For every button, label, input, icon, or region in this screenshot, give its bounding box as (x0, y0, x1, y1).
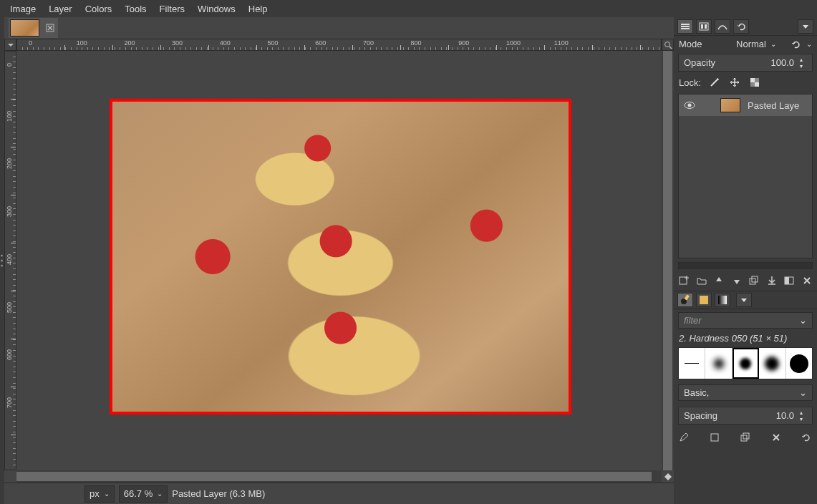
image-content (110, 99, 571, 415)
layer-buttons-row (674, 271, 817, 291)
new-layer-group-button[interactable] (695, 273, 710, 288)
layer-list[interactable]: Pasted Laye (678, 94, 813, 258)
selected-brush-label: 2. Hardness 050 (51 × 51) (674, 331, 817, 345)
zoom-corner-icon[interactable] (662, 39, 674, 51)
status-layer-text: Pasted Layer (6.3 MB) (172, 488, 265, 499)
menu-colors[interactable]: Colors (79, 1, 118, 16)
brush-grid[interactable] (678, 347, 813, 379)
edit-brush-button[interactable] (677, 430, 692, 445)
opacity-increase-button[interactable]: ▴ (797, 57, 806, 62)
layers-tab[interactable] (677, 19, 693, 34)
menu-help[interactable]: Help (243, 1, 274, 16)
lower-layer-button[interactable] (730, 273, 745, 288)
right-dock: Mode Normal ⌄ ⌄ Opacity 100.0 ▴ ▾ Lock: (674, 17, 817, 504)
brush-item[interactable] (679, 348, 705, 379)
unit-selector[interactable]: px ⌄ (84, 485, 115, 503)
vertical-ruler[interactable]: 0100200300400500600700 (4, 51, 16, 470)
layers-scrollbar[interactable] (678, 262, 813, 269)
menu-filters[interactable]: Filters (154, 1, 190, 16)
canvas[interactable] (16, 51, 662, 470)
preset-value: Basic, (684, 387, 709, 398)
mode-reset-button[interactable] (789, 39, 802, 49)
layer-name[interactable]: Pasted Laye (748, 100, 799, 111)
delete-brush-button[interactable] (768, 430, 784, 445)
dock-menu-button[interactable] (736, 293, 752, 307)
dock-menu-button[interactable] (798, 19, 813, 34)
merge-down-button[interactable] (765, 273, 780, 288)
brush-buttons-row (674, 427, 817, 447)
close-document-button[interactable] (44, 21, 57, 34)
brushes-tab[interactable] (677, 293, 693, 307)
svg-rect-25 (743, 433, 749, 439)
menu-tools[interactable]: Tools (119, 1, 152, 16)
document-tab[interactable] (9, 18, 58, 38)
lock-pixels-button[interactable] (708, 76, 721, 89)
image-tabstrip (4, 17, 674, 39)
svg-rect-11 (750, 82, 755, 87)
channels-tab[interactable] (696, 19, 712, 34)
ruler-origin-toggle[interactable] (4, 39, 16, 51)
svg-rect-16 (752, 276, 758, 282)
opacity-decrease-button[interactable]: ▾ (797, 63, 806, 69)
brush-item[interactable] (705, 348, 732, 379)
lock-alpha-button[interactable] (748, 76, 761, 89)
patterns-tab[interactable] (696, 293, 712, 307)
horizontal-scrollbar[interactable] (16, 470, 662, 483)
image-window: 010020030040050060070080090010001100 010… (4, 17, 674, 504)
menubar: Image Layer Colors Tools Filters Windows… (0, 0, 817, 17)
spacing-increase-button[interactable]: ▴ (797, 410, 806, 415)
chevron-down-icon: ⌄ (799, 387, 807, 398)
filter-placeholder: filter (684, 315, 702, 326)
opacity-label: Opacity (684, 57, 715, 68)
svg-rect-9 (755, 82, 759, 87)
new-layer-button[interactable] (677, 273, 692, 288)
svg-rect-3 (681, 26, 690, 27)
brush-item[interactable] (759, 348, 785, 379)
undo-history-tab[interactable] (733, 19, 749, 34)
visibility-toggle[interactable] (683, 99, 696, 112)
spacing-slider[interactable]: Spacing 10.0 ▴ ▾ (678, 407, 813, 425)
opacity-slider[interactable]: Opacity 100.0 ▴ ▾ (678, 54, 813, 72)
refresh-brushes-button[interactable] (798, 430, 814, 445)
layers-dock-tabs (674, 17, 817, 36)
brush-filter-input[interactable]: filter ⌄ (678, 312, 813, 329)
unit-value: px (90, 488, 100, 499)
spacing-decrease-button[interactable]: ▾ (797, 416, 806, 422)
brush-item[interactable] (786, 348, 812, 379)
spacing-value: 10.0 (776, 410, 794, 421)
navigation-preview-button[interactable] (662, 470, 674, 483)
menu-layer[interactable]: Layer (43, 1, 78, 16)
svg-rect-22 (718, 296, 727, 304)
menu-windows[interactable]: Windows (192, 1, 241, 16)
paths-tab[interactable] (715, 19, 730, 34)
lock-position-button[interactable] (728, 76, 741, 89)
svg-rect-7 (705, 24, 707, 29)
gradients-tab[interactable] (715, 293, 730, 307)
mask-button[interactable] (782, 273, 797, 288)
zoom-selector[interactable]: 66.7 % ⌄ (119, 485, 168, 503)
duplicate-brush-button[interactable] (738, 430, 753, 445)
blend-mode-row: Mode Normal ⌄ ⌄ (674, 36, 817, 52)
vertical-scrollbar[interactable] (662, 51, 674, 470)
svg-rect-6 (701, 24, 703, 29)
brush-preset-selector[interactable]: Basic, ⌄ (678, 384, 813, 401)
zoom-value: 66.7 % (124, 488, 153, 499)
svg-rect-10 (755, 78, 759, 82)
brush-item[interactable] (733, 348, 759, 379)
menu-image[interactable]: Image (4, 1, 42, 16)
statusbar: px ⌄ 66.7 % ⌄ Pasted Layer (6.3 MB) (4, 483, 674, 504)
svg-rect-23 (711, 434, 718, 441)
horizontal-ruler[interactable]: 010020030040050060070080090010001100 (16, 39, 662, 51)
mode-value[interactable]: Normal (736, 39, 766, 49)
chevron-down-icon[interactable]: ⌄ (770, 40, 776, 48)
chevron-down-icon[interactable]: ⌄ (806, 40, 812, 48)
opacity-value: 100.0 (770, 57, 794, 68)
layer-item[interactable]: Pasted Laye (679, 94, 812, 116)
layer-thumbnail (720, 98, 740, 112)
lock-row: Lock: (674, 73, 817, 92)
duplicate-layer-button[interactable] (747, 273, 762, 288)
svg-point-1 (664, 42, 669, 47)
delete-layer-button[interactable] (800, 273, 815, 288)
raise-layer-button[interactable] (712, 273, 727, 288)
new-brush-button[interactable] (707, 430, 723, 445)
